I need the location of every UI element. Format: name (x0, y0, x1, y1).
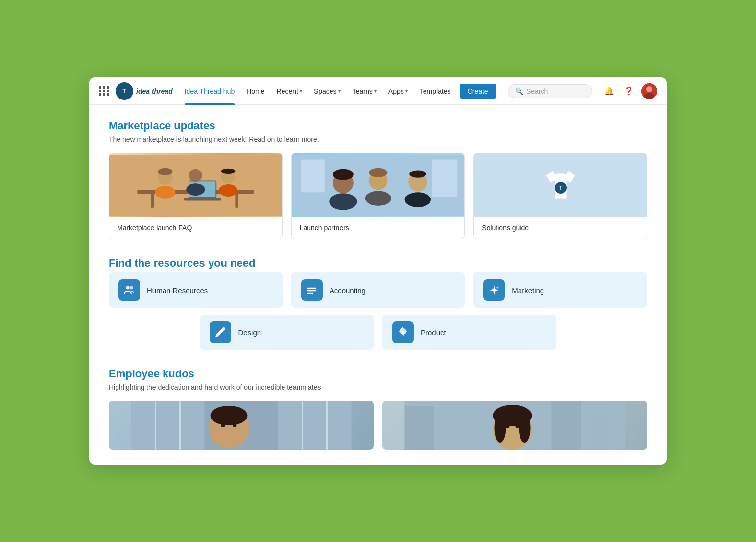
kudos-image-2[interactable] (382, 401, 647, 450)
svg-point-24 (333, 169, 354, 180)
kudos-title: Employee kudos (109, 368, 647, 380)
svg-rect-31 (301, 160, 325, 193)
kudos-section: Employee kudos Highlighting the dedicati… (109, 368, 647, 450)
card-image-solutions: T (474, 153, 647, 217)
svg-point-18 (158, 168, 173, 175)
svg-point-19 (221, 169, 236, 174)
nav-spaces[interactable]: Spaces ▾ (309, 77, 346, 105)
search-input[interactable] (526, 87, 585, 95)
search-icon: 🔍 (515, 87, 523, 95)
nav-hub[interactable]: Idea Thread hub (180, 77, 240, 105)
search-bar[interactable]: 🔍 (508, 84, 592, 98)
brand-logo[interactable]: T idea thread (116, 82, 173, 100)
svg-rect-46 (131, 401, 205, 450)
list-icon (301, 279, 323, 301)
marketplace-title: Marketplace updates (109, 120, 647, 132)
marketplace-cards: Marketplace launch FAQ (109, 153, 647, 239)
grid-menu-icon[interactable] (99, 86, 110, 96)
svg-rect-47 (278, 401, 352, 450)
svg-point-26 (365, 191, 391, 206)
logo-text: idea thread (136, 87, 173, 95)
resource-product-label: Product (421, 328, 446, 337)
resource-hr-label: Human Resources (147, 286, 208, 295)
card-label-faq: Marketplace launch FAQ (109, 217, 282, 239)
svg-point-43 (211, 406, 248, 425)
marketplace-subtitle: The new marketplace is launching next we… (109, 135, 647, 143)
bell-icon: 🔔 (604, 86, 614, 96)
svg-text:T: T (122, 88, 126, 95)
people-icon (118, 279, 140, 301)
chevron-down-icon: ▾ (405, 88, 408, 94)
svg-point-13 (155, 186, 175, 199)
svg-point-57 (506, 425, 510, 428)
svg-point-30 (409, 170, 426, 177)
resource-design-label: Design (238, 328, 261, 337)
resources-row-2: Design Product (109, 315, 647, 350)
svg-point-27 (369, 168, 387, 177)
kudos-image-1[interactable] (109, 401, 374, 450)
sparkle-icon (483, 279, 505, 301)
resource-product[interactable]: Product (382, 315, 556, 350)
nav-templates[interactable]: Templates (415, 77, 456, 105)
svg-point-15 (186, 183, 205, 196)
resource-marketing-label: Marketing (512, 286, 544, 295)
gear-icon (392, 321, 414, 343)
card-marketplace-faq[interactable]: Marketplace launch FAQ (109, 153, 283, 239)
svg-point-56 (519, 413, 531, 443)
nav-teams[interactable]: Teams ▾ (348, 77, 381, 105)
svg-point-36 (130, 286, 133, 290)
card-image-partners (292, 153, 465, 217)
svg-point-23 (329, 193, 357, 210)
marketplace-section: Marketplace updates The new marketplace … (109, 120, 647, 239)
svg-rect-61 (405, 406, 434, 450)
svg-rect-10 (184, 198, 221, 201)
kudos-subtitle: Highlighting the dedication and hard wor… (109, 383, 647, 391)
resource-accounting[interactable]: Accounting (291, 272, 465, 308)
notifications-button[interactable]: 🔔 (601, 83, 617, 99)
pencil-icon (210, 321, 231, 343)
resource-hr[interactable]: Human Resources (109, 272, 283, 308)
svg-point-44 (221, 423, 225, 427)
help-icon: ❓ (624, 86, 634, 96)
card-solutions-guide[interactable]: T Solutions guide (473, 153, 647, 239)
nav-apps[interactable]: Apps ▾ (383, 77, 413, 105)
svg-point-29 (404, 192, 430, 207)
user-avatar[interactable] (641, 83, 657, 99)
svg-rect-59 (552, 401, 581, 450)
kudos-images (109, 401, 647, 450)
chevron-down-icon: ▾ (338, 88, 341, 94)
resource-marketing[interactable]: Marketing (473, 272, 647, 308)
svg-point-14 (189, 169, 202, 182)
svg-point-4 (644, 93, 654, 99)
svg-point-55 (495, 413, 506, 443)
svg-point-45 (233, 423, 237, 427)
resources-section: Find the resources you need (109, 257, 647, 350)
chevron-down-icon: ▾ (300, 88, 302, 94)
card-label-solutions: Solutions guide (474, 217, 647, 239)
navbar: T idea thread Idea Thread hub Home Recen… (89, 77, 667, 105)
svg-rect-60 (586, 411, 611, 450)
svg-rect-7 (151, 194, 154, 208)
svg-point-17 (219, 184, 237, 197)
logo-icon: T (116, 82, 133, 100)
help-button[interactable]: ❓ (621, 83, 637, 99)
chevron-down-icon: ▾ (374, 88, 377, 94)
nav-recent[interactable]: Recent ▾ (272, 77, 307, 105)
resource-design[interactable]: Design (200, 315, 374, 350)
card-label-partners: Launch partners (292, 217, 465, 239)
browser-window: T idea thread Idea Thread hub Home Recen… (89, 77, 667, 465)
resources-title: Find the resources you need (109, 257, 647, 270)
svg-rect-32 (432, 160, 457, 197)
resources-row-1: Human Resources Accounting (109, 272, 647, 308)
create-button[interactable]: Create (460, 84, 496, 99)
svg-rect-8 (235, 194, 238, 208)
main-content: Marketplace updates The new marketplace … (89, 105, 667, 465)
resources-grid: Human Resources Accounting (109, 272, 647, 350)
nav-home[interactable]: Home (241, 77, 269, 105)
svg-text:T: T (559, 185, 562, 191)
svg-point-35 (126, 286, 130, 290)
card-image-faq (109, 153, 282, 217)
svg-point-58 (516, 425, 520, 428)
resource-accounting-label: Accounting (330, 286, 366, 295)
card-launch-partners[interactable]: Launch partners (291, 153, 465, 239)
